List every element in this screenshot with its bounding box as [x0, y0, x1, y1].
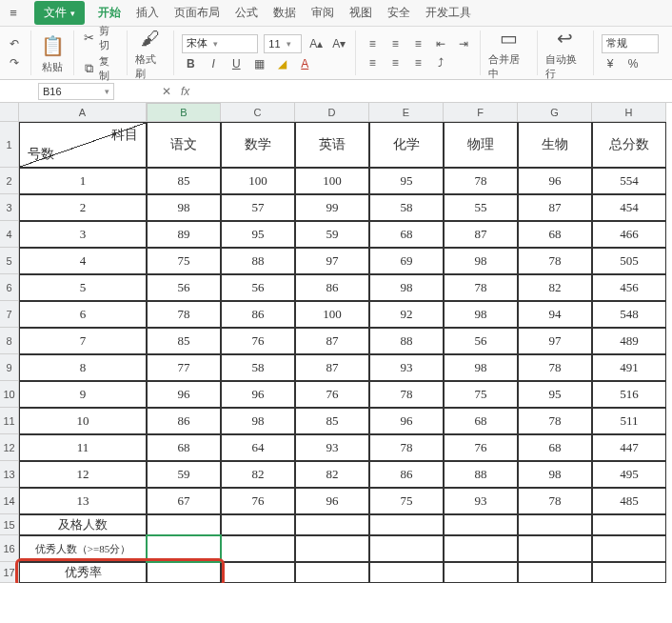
data-cell-r9-c1[interactable]: 58 — [221, 354, 295, 381]
data-cell-r6-c0[interactable]: 56 — [147, 274, 221, 301]
data-cell-r10-c6[interactable]: 516 — [592, 381, 666, 408]
copy-button[interactable]: ⧉复制 — [82, 54, 119, 83]
indent-increase-icon[interactable]: ⇥ — [455, 35, 472, 52]
data-cell-r8-c2[interactable]: 87 — [295, 328, 369, 354]
column-header-E[interactable]: E — [369, 103, 444, 122]
ribbon-tab-2[interactable]: 页面布局 — [174, 5, 220, 21]
data-cell-r9-c4[interactable]: 98 — [444, 354, 518, 381]
data-cell-r8-c6[interactable]: 489 — [592, 328, 666, 354]
data-cell-r6-c3[interactable]: 98 — [369, 274, 444, 301]
data-cell-r14-c1[interactable]: 76 — [221, 488, 295, 514]
excellent-count-cell-3[interactable] — [444, 535, 518, 562]
border-icon[interactable]: ▦ — [250, 55, 267, 72]
ribbon-tab-6[interactable]: 视图 — [349, 5, 372, 21]
id-cell-9[interactable]: 9 — [19, 381, 147, 408]
data-cell-r12-c4[interactable]: 76 — [444, 434, 518, 461]
row-header-12[interactable]: 12 — [0, 434, 19, 461]
data-cell-r13-c4[interactable]: 88 — [444, 461, 518, 488]
id-cell-8[interactable]: 8 — [19, 354, 147, 381]
data-cell-r8-c3[interactable]: 88 — [369, 328, 444, 354]
data-cell-r10-c0[interactable]: 96 — [147, 381, 221, 408]
pass-count-cell-3[interactable] — [369, 514, 444, 535]
align-middle-icon[interactable]: ≡ — [386, 35, 404, 52]
align-right-icon[interactable]: ≡ — [409, 54, 426, 71]
data-cell-r4-c6[interactable]: 466 — [592, 221, 666, 248]
ribbon-tab-5[interactable]: 审阅 — [311, 5, 334, 21]
data-cell-r9-c3[interactable]: 93 — [369, 354, 444, 381]
data-cell-r7-c2[interactable]: 100 — [295, 301, 369, 328]
excellent-rate-cell-4[interactable] — [444, 562, 518, 583]
underline-icon[interactable]: U — [227, 55, 245, 72]
data-cell-r3-c0[interactable]: 98 — [147, 194, 221, 221]
data-cell-r14-c4[interactable]: 93 — [444, 488, 518, 514]
data-cell-r4-c3[interactable]: 68 — [369, 221, 444, 248]
data-cell-r10-c4[interactable]: 75 — [444, 381, 518, 408]
data-cell-r10-c2[interactable]: 76 — [295, 381, 369, 408]
name-box[interactable]: B16 ▾ — [38, 83, 114, 100]
pass-count-cell-1[interactable] — [221, 514, 295, 535]
column-header-C[interactable]: C — [221, 103, 295, 122]
data-cell-r6-c1[interactable]: 56 — [221, 274, 295, 301]
data-cell-r6-c2[interactable]: 86 — [295, 274, 369, 301]
id-cell-11[interactable]: 11 — [19, 434, 147, 461]
cancel-icon[interactable]: ✕ — [162, 85, 171, 98]
fill-color-icon[interactable]: ◢ — [273, 55, 290, 72]
data-cell-r4-c4[interactable]: 87 — [444, 221, 518, 248]
data-cell-r13-c1[interactable]: 82 — [221, 461, 295, 488]
bold-icon[interactable]: B — [182, 55, 199, 72]
font-size-select[interactable]: 11▾ — [264, 34, 302, 53]
id-cell-2[interactable]: 2 — [19, 194, 147, 221]
row-header-16[interactable]: 16 — [0, 535, 19, 562]
redo-icon[interactable]: ↷ — [6, 54, 23, 71]
excellent-rate-cell-2[interactable] — [295, 562, 369, 583]
id-cell-12[interactable]: 12 — [19, 461, 147, 488]
id-cell-7[interactable]: 7 — [19, 328, 147, 354]
data-cell-r9-c2[interactable]: 87 — [295, 354, 369, 381]
excellent-rate-cell-1[interactable] — [221, 562, 295, 583]
excellent-rate-cell-6[interactable] — [592, 562, 666, 583]
column-header-B[interactable]: B — [147, 103, 221, 122]
data-cell-r13-c6[interactable]: 495 — [592, 461, 666, 488]
row-header-3[interactable]: 3 — [0, 194, 19, 221]
column-header-H[interactable]: H — [592, 103, 666, 122]
data-cell-r2-c4[interactable]: 78 — [444, 168, 518, 194]
excellent-count-cell-0[interactable] — [221, 535, 295, 562]
excellent-count-cell-1[interactable] — [295, 535, 369, 562]
data-cell-r3-c4[interactable]: 55 — [444, 194, 518, 221]
data-cell-r2-c6[interactable]: 554 — [592, 168, 666, 194]
data-cell-r11-c0[interactable]: 86 — [147, 408, 221, 434]
data-cell-r3-c1[interactable]: 57 — [221, 194, 295, 221]
pass-count-cell-5[interactable] — [518, 514, 592, 535]
data-cell-r6-c6[interactable]: 456 — [592, 274, 666, 301]
row-header-15[interactable]: 15 — [0, 514, 19, 535]
id-cell-10[interactable]: 10 — [19, 408, 147, 434]
data-cell-r3-c6[interactable]: 454 — [592, 194, 666, 221]
row-header-9[interactable]: 9 — [0, 354, 19, 381]
row-header-13[interactable]: 13 — [0, 461, 19, 488]
excellent-count-cell-4[interactable] — [518, 535, 592, 562]
data-cell-r3-c2[interactable]: 99 — [295, 194, 369, 221]
data-cell-r13-c2[interactable]: 82 — [295, 461, 369, 488]
data-cell-r12-c6[interactable]: 447 — [592, 434, 666, 461]
row-header-6[interactable]: 6 — [0, 274, 19, 301]
pass-count-cell-4[interactable] — [444, 514, 518, 535]
align-center-icon[interactable]: ≡ — [386, 54, 404, 71]
data-cell-r7-c5[interactable]: 94 — [518, 301, 592, 328]
pass-count-cell-0[interactable] — [147, 514, 221, 535]
data-cell-r11-c6[interactable]: 511 — [592, 408, 666, 434]
data-cell-r8-c4[interactable]: 56 — [444, 328, 518, 354]
row-header-2[interactable]: 2 — [0, 168, 19, 194]
data-cell-r3-c5[interactable]: 87 — [518, 194, 592, 221]
row-header-7[interactable]: 7 — [0, 301, 19, 328]
ribbon-tab-0[interactable]: 开始 — [98, 5, 121, 21]
data-cell-r8-c0[interactable]: 85 — [147, 328, 221, 354]
align-left-icon[interactable]: ≡ — [364, 54, 381, 71]
data-cell-r11-c3[interactable]: 96 — [369, 408, 444, 434]
paste-button[interactable]: 📋 粘贴 — [39, 32, 66, 74]
data-cell-r12-c2[interactable]: 93 — [295, 434, 369, 461]
indent-decrease-icon[interactable]: ⇤ — [432, 35, 449, 52]
data-cell-r6-c5[interactable]: 82 — [518, 274, 592, 301]
data-cell-r13-c0[interactable]: 59 — [147, 461, 221, 488]
data-cell-r3-c3[interactable]: 58 — [369, 194, 444, 221]
increase-font-icon[interactable]: A▴ — [307, 35, 325, 52]
